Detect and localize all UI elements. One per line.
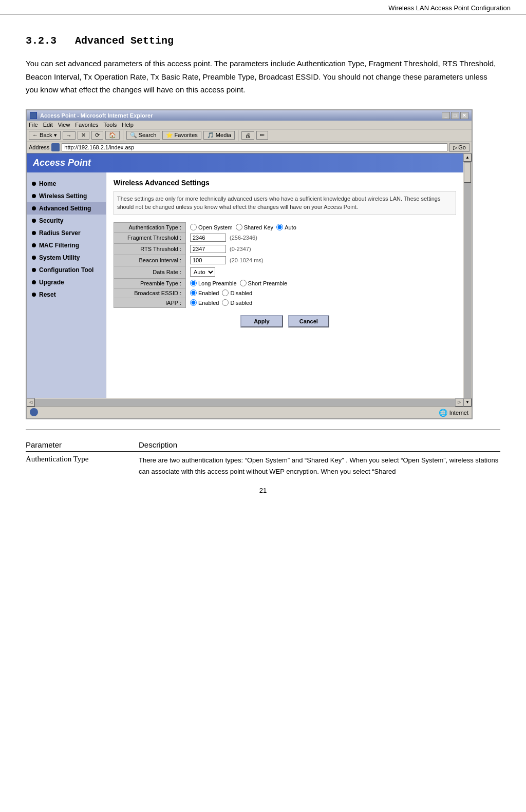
- broadcast-enabled-label[interactable]: Enabled: [190, 289, 219, 296]
- bullet-reset: [32, 293, 36, 297]
- vscroll-thumb[interactable]: [464, 162, 471, 183]
- sidebar-item-config-tool[interactable]: Configuration Tool: [27, 264, 106, 276]
- refresh-button[interactable]: ⟳: [91, 131, 103, 140]
- bullet-security: [32, 219, 36, 223]
- close-button[interactable]: ✕: [460, 112, 468, 119]
- auth-shared-label[interactable]: Shared Key: [236, 224, 273, 230]
- auth-type-label: Authentication Type :: [114, 222, 186, 232]
- go-button[interactable]: ▷ Go: [449, 143, 469, 152]
- broadcast-disabled-label[interactable]: Disabled: [222, 289, 252, 296]
- ap-header: Access Point: [27, 153, 463, 172]
- param-header-row: Parameter Description: [26, 438, 500, 452]
- sidebar-item-mac-filtering[interactable]: MAC Filtering: [27, 239, 106, 252]
- menu-file[interactable]: File: [29, 122, 38, 128]
- maximize-button[interactable]: □: [451, 112, 459, 119]
- auth-open-radio[interactable]: [190, 224, 197, 230]
- broadcast-value-cell: Enabled Disabled: [186, 288, 456, 298]
- stop-button[interactable]: ✕: [78, 131, 89, 140]
- sidebar-item-wireless-setting[interactable]: Wireless Setting: [27, 190, 106, 202]
- auth-auto-radio[interactable]: [276, 224, 283, 230]
- menu-favorites[interactable]: Favorites: [75, 122, 98, 128]
- horizontal-scrollbar: ◁ ▷: [27, 398, 463, 407]
- status-right: 🌐 Internet: [439, 409, 468, 417]
- iapp-enabled-label[interactable]: Enabled: [190, 299, 219, 306]
- beacon-input[interactable]: [190, 256, 226, 264]
- page-header: Wireless LAN Access Point Configuration: [0, 0, 526, 14]
- iapp-disabled-radio[interactable]: [222, 299, 229, 306]
- address-bar: Address ▷ Go: [27, 142, 472, 153]
- address-input[interactable]: [62, 143, 447, 151]
- menu-help[interactable]: Help: [122, 122, 134, 128]
- browser-content: Home Wireless Setting Advanced Setting: [27, 172, 463, 398]
- page-number: 21: [26, 479, 500, 497]
- sidebar-item-security[interactable]: Security: [27, 215, 106, 227]
- address-label: Address: [29, 144, 49, 150]
- browser-toolbar: ← Back ▾ → ✕ ⟳ 🏠 🔍 Search ⭐ Favorites 🎵 …: [27, 129, 472, 142]
- menu-edit[interactable]: Edit: [43, 122, 53, 128]
- iapp-enabled-radio[interactable]: [190, 299, 197, 306]
- button-row: Apply Cancel: [114, 315, 456, 327]
- search-button[interactable]: 🔍 Search: [126, 131, 160, 140]
- sidebar-item-reset[interactable]: Reset: [27, 288, 106, 301]
- rts-label: RTS Threshold :: [114, 243, 186, 255]
- print-button[interactable]: 🖨: [241, 131, 254, 140]
- auth-shared-radio[interactable]: [236, 224, 242, 230]
- data-rate-select[interactable]: Auto: [190, 267, 215, 277]
- sidebar-item-home[interactable]: Home: [27, 178, 106, 190]
- vscroll-track: [464, 162, 471, 398]
- hscroll-track: [35, 399, 455, 406]
- separator-1: [123, 130, 123, 141]
- rts-input[interactable]: [190, 245, 226, 253]
- auth-radio-group: Open System Shared Key Auto: [190, 224, 452, 230]
- hscroll-left-button[interactable]: ◁: [27, 398, 35, 407]
- body-text: You can set advanced parameters of this …: [26, 57, 500, 96]
- frag-value-cell: (256-2346): [186, 232, 456, 243]
- main-panel: Wireless Advanced Settings These setting…: [106, 172, 463, 398]
- preamble-short-label[interactable]: Short Preamble: [240, 280, 287, 286]
- iapp-disabled-label[interactable]: Disabled: [222, 299, 252, 306]
- panel-title: Wireless Advanced Settings: [114, 179, 456, 187]
- preamble-value-cell: Long Preamble Short Preamble: [186, 278, 456, 288]
- hscroll-right-button[interactable]: ▷: [455, 398, 463, 407]
- forward-button[interactable]: →: [63, 131, 76, 140]
- sidebar-item-system-utility[interactable]: System Utility: [27, 252, 106, 264]
- frag-input[interactable]: [190, 234, 226, 242]
- preamble-long-radio[interactable]: [190, 280, 197, 286]
- preamble-short-radio[interactable]: [240, 280, 247, 286]
- sidebar-item-advanced-setting[interactable]: Advanced Setting: [27, 202, 106, 215]
- minimize-button[interactable]: _: [442, 112, 450, 119]
- param-desc-auth: There are two authentication types: “Ope…: [139, 451, 500, 479]
- preamble-long-label[interactable]: Long Preamble: [190, 280, 237, 286]
- separator-2: [238, 130, 238, 141]
- broadcast-disabled-radio[interactable]: [222, 289, 229, 296]
- settings-table: Authentication Type : Open System Shared: [114, 222, 456, 308]
- broadcast-enabled-radio[interactable]: [190, 289, 197, 296]
- home-button[interactable]: 🏠: [105, 131, 120, 140]
- favorites-button[interactable]: ⭐ Favorites: [162, 131, 201, 140]
- vscroll-up-button[interactable]: ▲: [463, 153, 472, 162]
- browser-inner: Access Point Home Wireless Setting: [27, 153, 472, 407]
- titlebar-left: Access Point - Microsoft Internet Explor…: [30, 112, 153, 119]
- media-button[interactable]: 🎵 Media: [203, 131, 235, 140]
- param-name-auth: Authentication Type: [26, 451, 139, 479]
- sidebar-item-radius[interactable]: Radius Server: [27, 227, 106, 239]
- apply-button[interactable]: Apply: [240, 315, 283, 327]
- status-globe-icon: 🌐: [439, 409, 447, 417]
- vscroll-down-button[interactable]: ▼: [463, 398, 472, 407]
- main-content: 3.2.3 Advanced Setting You can set advan…: [0, 14, 526, 508]
- auth-auto-label[interactable]: Auto: [276, 224, 296, 230]
- auth-open-label[interactable]: Open System: [190, 224, 233, 230]
- bullet-advanced: [32, 206, 36, 210]
- cancel-button[interactable]: Cancel: [288, 315, 329, 327]
- edit-button[interactable]: ✏: [256, 131, 268, 140]
- back-button[interactable]: ← Back ▾: [29, 131, 61, 140]
- param-col-parameter: Parameter: [26, 438, 139, 452]
- sidebar-item-upgrade[interactable]: Upgrade: [27, 276, 106, 288]
- data-rate-label: Data Rate :: [114, 266, 186, 278]
- frag-label: Fragment Threshold :: [114, 232, 186, 243]
- menu-view[interactable]: View: [58, 122, 70, 128]
- divider: [26, 430, 500, 430]
- header-title: Wireless LAN Access Point Configuration: [388, 4, 511, 12]
- menu-tools[interactable]: Tools: [104, 122, 117, 128]
- rts-value-cell: (0-2347): [186, 243, 456, 255]
